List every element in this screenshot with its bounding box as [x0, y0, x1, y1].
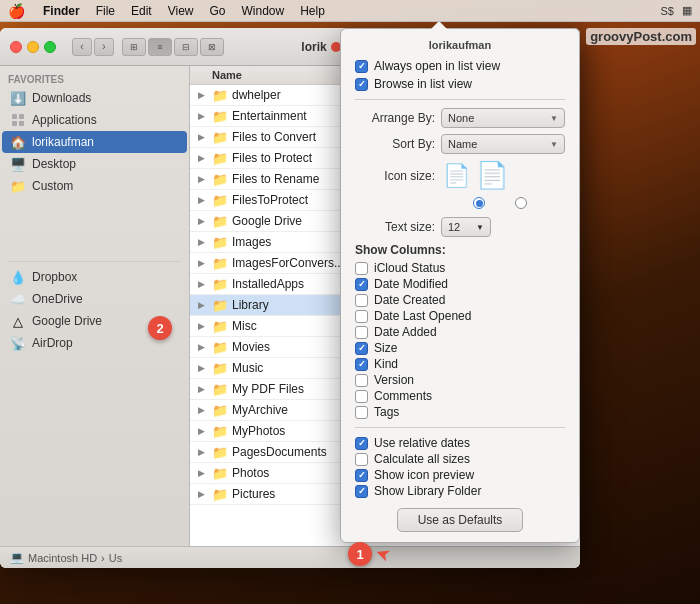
comments-checkbox[interactable]	[355, 390, 368, 403]
sidebar-item-label: Downloads	[32, 91, 91, 105]
expand-icon: ▶	[198, 384, 210, 394]
always-open-row[interactable]: Always open in list view	[355, 59, 565, 73]
sidebar-item-applications[interactable]: Applications	[2, 109, 187, 131]
folder-icon: 📁	[212, 129, 228, 145]
sort-by-value: Name	[448, 138, 477, 150]
col-row-icloud[interactable]: iCloud Status	[355, 261, 565, 275]
list-view-button[interactable]: ≡	[148, 38, 172, 56]
icon-size-label: Icon size:	[355, 169, 435, 183]
expand-icon: ▶	[198, 279, 210, 289]
maximize-button[interactable]	[44, 41, 56, 53]
menu-go[interactable]: Go	[202, 4, 234, 18]
folder-icon: 📁	[212, 213, 228, 229]
col-row-kind[interactable]: Kind	[355, 357, 565, 371]
folder-icon: 📁	[212, 87, 228, 103]
sidebar-item-label: Custom	[32, 179, 73, 193]
all-sizes-row[interactable]: Calculate all sizes	[355, 452, 565, 466]
apple-menu[interactable]: 🍎	[8, 3, 25, 19]
arrange-by-select[interactable]: None ▼	[441, 108, 565, 128]
statusbar-hd: Macintosh HD	[28, 552, 97, 564]
use-defaults-button[interactable]: Use as Defaults	[397, 508, 524, 532]
sort-by-label: Sort By:	[355, 137, 435, 151]
icon-view-button[interactable]: ⊞	[122, 38, 146, 56]
text-size-row: Text size: 12 ▼	[355, 217, 565, 237]
badge-1-container: 1 ➤	[348, 542, 391, 566]
back-button[interactable]: ‹	[72, 38, 92, 56]
sidebar-item-downloads[interactable]: ⬇️ Downloads	[2, 87, 187, 109]
date-modified-checkbox[interactable]	[355, 278, 368, 291]
folder-icon: 📁	[212, 192, 228, 208]
text-size-label: Text size:	[355, 220, 435, 234]
icloud-checkbox[interactable]	[355, 262, 368, 275]
minimize-button[interactable]	[27, 41, 39, 53]
col-row-date-modified[interactable]: Date Modified	[355, 277, 565, 291]
menu-edit[interactable]: Edit	[123, 4, 160, 18]
expand-icon: ▶	[198, 321, 210, 331]
arrange-by-row: Arrange By: None ▼	[355, 108, 565, 128]
date-last-opened-checkbox[interactable]	[355, 310, 368, 323]
folder-icon: 📁	[212, 360, 228, 376]
date-added-checkbox[interactable]	[355, 326, 368, 339]
arrange-by-arrow: ▼	[550, 114, 558, 123]
browse-list-checkbox[interactable]	[355, 78, 368, 91]
icon-preview-row[interactable]: Show icon preview	[355, 468, 565, 482]
menu-window[interactable]: Window	[234, 4, 293, 18]
expand-icon: ▶	[198, 132, 210, 142]
col-row-date-added[interactable]: Date Added	[355, 325, 565, 339]
text-size-select[interactable]: 12 ▼	[441, 217, 491, 237]
expand-icon: ▶	[198, 111, 210, 121]
kind-checkbox[interactable]	[355, 358, 368, 371]
menu-file[interactable]: File	[88, 4, 123, 18]
relative-dates-row[interactable]: Use relative dates	[355, 436, 565, 450]
browse-list-row[interactable]: Browse in list view	[355, 77, 565, 91]
folder-icon: 📁	[212, 339, 228, 355]
expand-icon: ▶	[198, 153, 210, 163]
expand-icon: ▶	[198, 405, 210, 415]
folder-icon: 📁	[212, 318, 228, 334]
icon-sample-small: 📄	[443, 163, 470, 189]
menu-help[interactable]: Help	[292, 4, 333, 18]
col-row-tags[interactable]: Tags	[355, 405, 565, 419]
svg-rect-3	[19, 121, 24, 126]
gallery-view-button[interactable]: ⊠	[200, 38, 224, 56]
tags-checkbox[interactable]	[355, 406, 368, 419]
settings-divider-2	[355, 427, 565, 428]
sidebar-item-custom[interactable]: 📁 Custom	[2, 175, 187, 197]
col-date-added-label: Date Added	[374, 325, 437, 339]
sidebar-item-onedrive[interactable]: ☁️ OneDrive	[2, 288, 187, 310]
library-folder-row[interactable]: Show Library Folder	[355, 484, 565, 498]
menubar-right: S$ ▦	[661, 4, 692, 17]
menu-finder[interactable]: Finder	[35, 4, 88, 18]
icon-size-small-radio[interactable]	[473, 197, 485, 209]
icon-preview-checkbox[interactable]	[355, 469, 368, 482]
menubar-grid: ▦	[682, 4, 692, 17]
col-row-version[interactable]: Version	[355, 373, 565, 387]
close-button[interactable]	[10, 41, 22, 53]
library-folder-checkbox[interactable]	[355, 485, 368, 498]
sort-by-select[interactable]: Name ▼	[441, 134, 565, 154]
columns-list: iCloud Status Date Modified Date Created…	[355, 261, 565, 419]
relative-dates-checkbox[interactable]	[355, 437, 368, 450]
icon-size-large-radio[interactable]	[515, 197, 527, 209]
date-created-checkbox[interactable]	[355, 294, 368, 307]
sidebar-item-desktop[interactable]: 🖥️ Desktop	[2, 153, 187, 175]
col-row-date-last-opened[interactable]: Date Last Opened	[355, 309, 565, 323]
sidebar-item-dropbox[interactable]: 💧 Dropbox	[2, 266, 187, 288]
library-folder-label: Show Library Folder	[374, 484, 481, 498]
sidebar-item-label: AirDrop	[32, 336, 73, 350]
column-view-button[interactable]: ⊟	[174, 38, 198, 56]
col-row-comments[interactable]: Comments	[355, 389, 565, 403]
expand-icon: ▶	[198, 216, 210, 226]
menu-view[interactable]: View	[160, 4, 202, 18]
always-open-checkbox[interactable]	[355, 60, 368, 73]
all-sizes-checkbox[interactable]	[355, 453, 368, 466]
col-row-date-created[interactable]: Date Created	[355, 293, 565, 307]
size-checkbox[interactable]	[355, 342, 368, 355]
forward-button[interactable]: ›	[94, 38, 114, 56]
folder-icon: 📁	[212, 150, 228, 166]
col-date-last-opened-label: Date Last Opened	[374, 309, 471, 323]
col-icloud-label: iCloud Status	[374, 261, 445, 275]
sidebar-item-lorikaufman[interactable]: 🏠 lorikaufman	[2, 131, 187, 153]
version-checkbox[interactable]	[355, 374, 368, 387]
col-row-size[interactable]: Size	[355, 341, 565, 355]
